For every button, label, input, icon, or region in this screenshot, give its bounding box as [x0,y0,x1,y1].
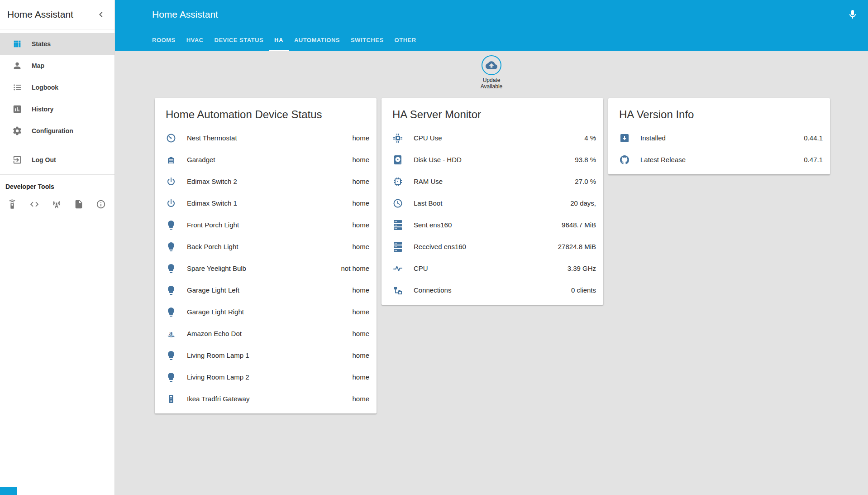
entity-row[interactable]: Living Room Lamp 2 home [155,366,377,388]
sidebar-item[interactable]: Logbook [0,77,114,98]
update-badge-line2: Available [481,83,502,90]
chip-icon [392,133,403,144]
entity-row[interactable]: Back Porch Light home [155,236,377,258]
update-available-badge[interactable] [482,55,501,75]
dev-tools-icons [5,199,114,209]
entity-state: 3.39 GHz [568,264,596,272]
entity-row[interactable]: Disk Use - HDD 93.8 % [382,149,603,171]
entity-row[interactable]: Edimax Switch 1 home [155,192,377,214]
entity-name: CPU [414,264,568,272]
lightbulb-icon [166,285,176,296]
tab-label: AUTOMATIONS [294,37,340,43]
entity-state: 4 % [584,134,596,142]
sidebar-item[interactable]: States [0,33,114,55]
entity-row[interactable]: Ikea Tradfri Gateway home [155,388,377,410]
entity-state: home [352,134,369,142]
entity-state: not home [341,264,369,272]
gateway-icon [166,394,176,404]
sidebar-item-label: Map [32,62,44,69]
entity-state: home [352,199,369,207]
entity-row[interactable]: Garage Light Left home [155,279,377,301]
entity-row[interactable]: Nest Thermostat home [155,127,377,149]
entity-name: Amazon Echo Dot [187,330,352,337]
tab-label: SWITCHES [351,37,384,43]
entity-row[interactable]: Connections 0 clients [382,279,603,301]
tab[interactable]: HVAC [181,29,209,51]
entity-state: 0.44.1 [804,134,823,142]
tab[interactable]: ROOMS [147,29,181,51]
radio-tower-icon[interactable] [52,199,62,209]
dev-tools-section: Developer Tools [0,175,114,209]
view-tabs: ROOMS HVAC DEVICE STATUS HA AUTOMATIONS [115,29,868,51]
sidebar-title: Home Assistant [7,9,73,20]
entity-name: Nest Thermostat [187,134,352,142]
lightbulb-icon [166,241,176,252]
poll-box-icon [12,104,22,114]
remote-icon[interactable] [7,199,17,209]
card-title: Home Automation Device Status [155,98,377,127]
github-icon [619,154,630,165]
tab-label: DEVICE STATUS [215,37,264,43]
server-icon [392,241,403,252]
harddisk-icon [392,154,403,165]
card-title: HA Version Info [608,98,830,127]
information-outline-icon[interactable] [96,199,106,209]
server-icon [392,220,403,231]
tab[interactable]: SWITCHES [345,29,389,51]
tab[interactable]: HA [269,29,289,51]
entity-name: Sent ens160 [414,221,562,229]
entity-row[interactable]: Garadget home [155,149,377,171]
clock-icon [392,198,403,209]
lightbulb-icon [166,350,176,361]
entity-row[interactable]: Living Room Lamp 1 home [155,345,377,366]
tab[interactable]: AUTOMATIONS [289,29,345,51]
entity-name: RAM Use [414,178,575,185]
code-tags-icon[interactable] [29,199,39,209]
lan-icon [392,285,403,296]
entity-name: Living Room Lamp 2 [187,373,352,381]
sidebar-item[interactable]: History [0,98,114,120]
entity-row[interactable]: Spare Yeelight Bulb not home [155,258,377,279]
entity-state: home [352,178,369,185]
header-toolbar: Home Assistant [115,0,868,29]
sidebar-item-label: History [32,106,53,113]
chevron-left-icon[interactable] [95,9,106,20]
update-badge-line1: Update [481,77,502,83]
sidebar-item[interactable]: Map [0,55,114,77]
entity-row[interactable]: RAM Use 27.0 % [382,171,603,192]
card-title: HA Server Monitor [382,98,603,127]
entity-name: Garage Light Right [187,308,352,316]
entity-row[interactable]: CPU 3.39 GHz [382,258,603,279]
cards-row: Home Automation Device Status Nest Therm… [155,98,830,413]
entity-state: home [352,373,369,381]
lightbulb-icon [166,307,176,317]
entity-row[interactable]: Received ens160 27824.8 MiB [382,236,603,258]
entity-state: home [352,156,369,163]
tab[interactable]: OTHER [389,29,422,51]
entity-name: Edimax Switch 2 [187,178,352,185]
entity-row[interactable]: Latest Release 0.47.1 [608,149,830,171]
entity-row[interactable]: Front Porch Light home [155,214,377,236]
entity-state: home [352,286,369,294]
entity-row[interactable]: Edimax Switch 2 home [155,171,377,192]
microphone-icon[interactable] [847,9,858,20]
memory-icon [392,176,403,187]
cog-icon [12,126,22,136]
sidebar: Home Assistant States Map Logbook [0,0,115,495]
entity-state: 0.47.1 [804,156,823,163]
entity-row[interactable]: Installed 0.44.1 [608,127,830,149]
sidebar-item-label: Log Out [32,156,56,163]
entity-row[interactable]: Sent ens160 9648.7 MiB [382,214,603,236]
entity-row[interactable]: a Amazon Echo Dot home [155,323,377,345]
entity-row[interactable]: Garage Light Right home [155,301,377,323]
entity-state: 20 days, [570,199,596,207]
sidebar-item-logout[interactable]: Log Out [0,149,114,171]
tab[interactable]: DEVICE STATUS [209,29,269,51]
entity-state: home [352,395,369,403]
entity-name: Spare Yeelight Bulb [187,264,341,272]
file-code-icon[interactable] [74,199,84,209]
svg-text:a: a [169,329,173,336]
entity-row[interactable]: CPU Use 4 % [382,127,603,149]
sidebar-item[interactable]: Configuration [0,120,114,142]
entity-row[interactable]: Last Boot 20 days, [382,192,603,214]
